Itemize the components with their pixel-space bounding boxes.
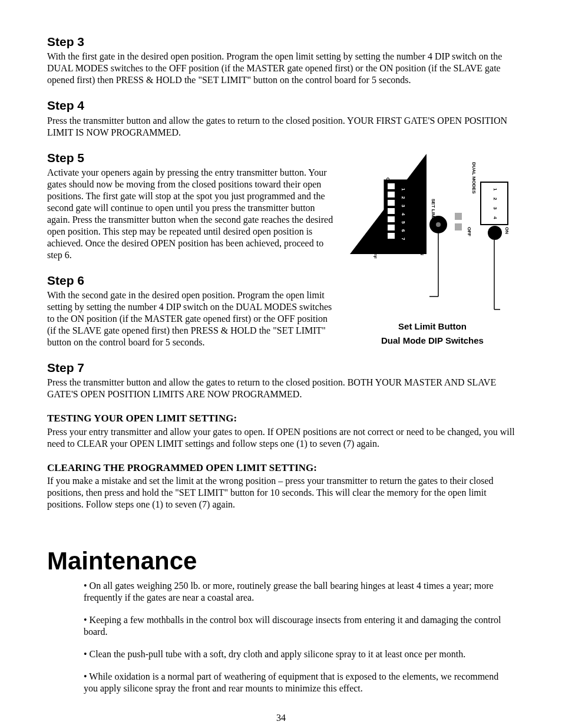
svg-text:2: 2 [492, 197, 498, 200]
list-item: • While oxidation is a normal part of we… [84, 671, 509, 694]
maintenance-heading: Maintenance [47, 546, 515, 577]
step7-title: Step 7 [47, 360, 515, 375]
svg-rect-23 [455, 223, 462, 230]
svg-text:3: 3 [492, 207, 498, 210]
clearing-body: If you make a mistake and set the limit … [47, 475, 515, 510]
svg-text:6: 6 [401, 229, 406, 232]
svg-text:2: 2 [401, 196, 406, 199]
svg-text:7: 7 [401, 238, 406, 241]
svg-text:3: 3 [401, 205, 406, 207]
page-number: 34 [47, 712, 515, 724]
testing-body: Press your entry transmitter and allow y… [47, 426, 515, 450]
step5-body: Activate your openers again by pressing … [47, 167, 338, 261]
label-off-left: OFF [372, 249, 378, 259]
callout-dual-mode: Dual Mode DIP Switches [350, 335, 515, 347]
step6-body: With the second gate in the desired open… [47, 289, 338, 348]
control-board-diagram: ON OFF ON 1 2 [350, 154, 515, 347]
testing-title: TESTING YOUR OPEN LIMIT SETTING: [47, 412, 515, 424]
svg-rect-22 [455, 213, 462, 220]
svg-rect-3 [388, 192, 395, 197]
svg-point-24 [488, 226, 502, 240]
label-dual-modes: DUAL MODES [471, 162, 477, 194]
step5-title: Step 5 [47, 150, 338, 166]
svg-text:1: 1 [492, 188, 498, 191]
svg-rect-6 [388, 216, 395, 222]
svg-point-16 [436, 222, 441, 227]
svg-rect-5 [388, 208, 395, 214]
clearing-title: CLEARING THE PROGRAMMED OPEN LIMIT SETTI… [47, 462, 515, 474]
label-off-right: OFF [467, 227, 472, 236]
svg-text:4: 4 [401, 213, 406, 216]
step3-title: Step 3 [47, 34, 515, 50]
svg-text:5: 5 [401, 221, 406, 224]
step7-body: Press the transmitter button and allow t… [47, 377, 515, 400]
label-on-bottom: ON [419, 248, 425, 255]
list-item: • Keeping a few mothballs in the control… [84, 614, 509, 638]
svg-rect-2 [388, 183, 395, 189]
step4-title: Step 4 [47, 98, 515, 113]
list-item: • Clean the push-pull tube with a soft, … [84, 648, 509, 660]
svg-text:1: 1 [401, 188, 406, 191]
svg-text:4: 4 [492, 216, 498, 219]
step3-body: With the first gate in the desired open … [47, 51, 515, 86]
maintenance-list: • On all gates weighing 250 lb. or more,… [47, 580, 515, 694]
label-on-right: ON [504, 227, 510, 234]
svg-rect-8 [388, 233, 395, 239]
svg-rect-4 [388, 200, 395, 206]
list-item: • On all gates weighing 250 lb. or more,… [84, 580, 509, 604]
callout-set-limit: Set Limit Button [350, 321, 515, 332]
svg-rect-7 [388, 225, 395, 230]
step4-body: Press the transmitter button and allow t… [47, 115, 515, 139]
step6-title: Step 6 [47, 273, 338, 288]
